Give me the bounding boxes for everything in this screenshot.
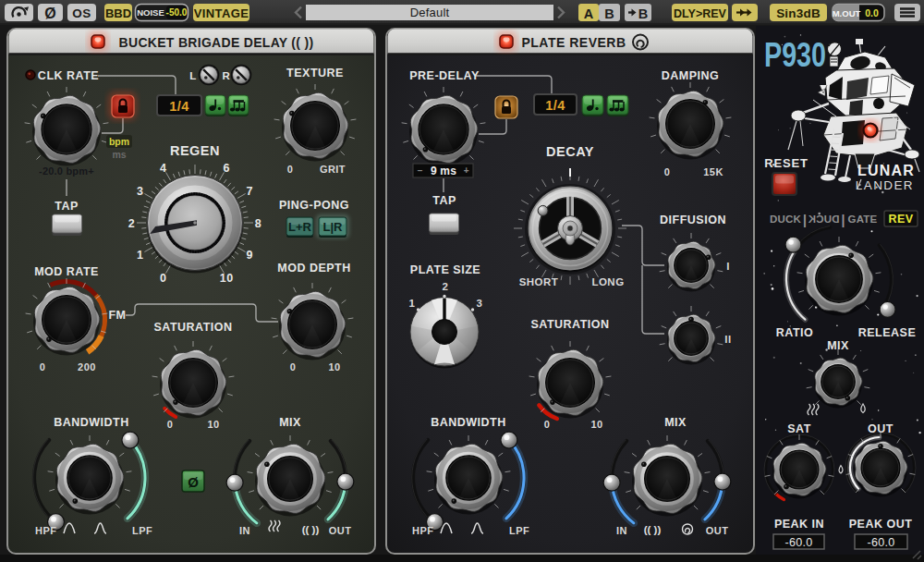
svg-text:A: A — [584, 6, 594, 21]
svg-text:PEAK OUT: PEAK OUT — [849, 518, 913, 531]
svg-text:15K: 15K — [703, 166, 723, 177]
svg-text:0: 0 — [40, 361, 46, 373]
svg-text:1: 1 — [409, 298, 416, 309]
svg-text:LONG: LONG — [591, 276, 624, 287]
svg-text:SAT: SAT — [787, 422, 811, 435]
svg-text:SHORT: SHORT — [519, 276, 559, 287]
svg-text:9 ms: 9 ms — [431, 165, 456, 177]
svg-text:PRE-DELAY: PRE-DELAY — [409, 69, 480, 82]
svg-text:LANDER: LANDER — [856, 178, 914, 192]
svg-text:SATURATION: SATURATION — [530, 318, 609, 331]
svg-text:M.OUT: M.OUT — [833, 8, 861, 18]
svg-text:−: − — [418, 165, 423, 176]
svg-text:DIFFUSION: DIFFUSION — [660, 214, 726, 226]
svg-text:LPF: LPF — [132, 525, 152, 536]
svg-text:ms: ms — [112, 149, 126, 160]
svg-text:R: R — [223, 70, 231, 81]
svg-text:2: 2 — [443, 281, 449, 292]
svg-text:BBD: BBD — [105, 6, 131, 20]
svg-text:0: 0 — [160, 272, 166, 285]
svg-text:0: 0 — [290, 361, 297, 373]
svg-text:II: II — [724, 334, 731, 345]
svg-text:DLY>REV: DLY>REV — [674, 7, 727, 20]
svg-text:HPF: HPF — [35, 525, 57, 536]
svg-text:0: 0 — [664, 166, 671, 177]
svg-text:+: + — [464, 165, 469, 176]
svg-text:DUCK: DUCK — [770, 214, 802, 225]
svg-text:BUCKET BRIGADE DELAY (( )): BUCKET BRIGADE DELAY (( )) — [119, 35, 314, 50]
svg-text:-60.0: -60.0 — [868, 536, 895, 549]
svg-text:RATIO: RATIO — [776, 326, 813, 339]
svg-text:-60.0: -60.0 — [785, 536, 813, 549]
svg-text:IN: IN — [239, 525, 250, 536]
svg-text:PLATE REVERB: PLATE REVERB — [521, 35, 626, 50]
svg-text:OUT: OUT — [329, 525, 352, 536]
svg-text:FM: FM — [108, 309, 126, 322]
svg-text:bpm: bpm — [109, 136, 129, 147]
svg-text:Default: Default — [410, 6, 450, 19]
svg-text:8: 8 — [255, 217, 261, 230]
svg-text:TEXTURE: TEXTURE — [286, 67, 344, 79]
svg-text:4: 4 — [160, 162, 166, 175]
svg-text:SATURATION: SATURATION — [153, 321, 232, 334]
svg-text:I: I — [726, 261, 730, 272]
svg-text:PEAK IN: PEAK IN — [774, 518, 824, 531]
svg-text:10: 10 — [207, 419, 219, 430]
svg-text:MIX: MIX — [279, 416, 301, 429]
svg-text:NOISE: NOISE — [137, 7, 164, 18]
svg-text:TAP: TAP — [55, 200, 79, 213]
svg-text:RESET: RESET — [764, 156, 808, 170]
svg-text:|: | — [842, 213, 845, 227]
svg-text:LUNAR: LUNAR — [857, 163, 915, 178]
svg-text:0: 0 — [544, 419, 551, 430]
svg-text:L|R: L|R — [323, 220, 344, 234]
svg-text:(( )): (( )) — [644, 524, 662, 535]
svg-text:OUT: OUT — [706, 525, 729, 536]
svg-text:L+R: L+R — [288, 220, 312, 234]
svg-text:0: 0 — [287, 164, 294, 175]
svg-text:DUCK: DUCK — [808, 214, 840, 225]
svg-text:OS: OS — [72, 6, 91, 20]
svg-text:0: 0 — [167, 419, 174, 430]
svg-text:B: B — [604, 6, 614, 21]
svg-text:-50.0: -50.0 — [166, 7, 188, 18]
svg-text:DECAY: DECAY — [546, 144, 594, 159]
svg-text:10: 10 — [328, 361, 340, 373]
svg-text:3: 3 — [137, 185, 143, 198]
svg-text:TAP: TAP — [432, 194, 456, 207]
svg-text:0.0: 0.0 — [865, 7, 879, 18]
svg-text:2: 2 — [128, 217, 135, 230]
svg-text:Ø: Ø — [188, 474, 199, 490]
svg-text:9: 9 — [247, 249, 253, 262]
svg-text:GATE: GATE — [848, 214, 878, 225]
svg-text:B: B — [638, 6, 648, 21]
svg-text:REGEN: REGEN — [170, 143, 220, 158]
svg-text:MOD DEPTH: MOD DEPTH — [277, 262, 351, 275]
svg-text:Sin3dB: Sin3dB — [776, 6, 821, 20]
svg-text:-20.0 bpm+: -20.0 bpm+ — [39, 165, 94, 177]
svg-text:VINTAGE: VINTAGE — [194, 6, 249, 20]
svg-text:10: 10 — [220, 272, 234, 285]
svg-text:RELEASE: RELEASE — [858, 326, 917, 339]
svg-text:10: 10 — [590, 419, 602, 430]
svg-text:6: 6 — [223, 162, 229, 175]
svg-text:IN: IN — [616, 525, 627, 536]
svg-text:PLATE SIZE: PLATE SIZE — [410, 263, 480, 276]
svg-text:7: 7 — [247, 185, 253, 198]
svg-text:1/4: 1/4 — [169, 99, 189, 114]
svg-text:200: 200 — [78, 361, 96, 373]
svg-text:DAMPING: DAMPING — [662, 69, 720, 82]
svg-text:L: L — [189, 70, 197, 81]
svg-text:GRIT: GRIT — [320, 164, 346, 175]
svg-text:Ø: Ø — [44, 6, 55, 21]
svg-text:BANDWIDTH: BANDWIDTH — [431, 416, 506, 429]
svg-text:BANDWIDTH: BANDWIDTH — [54, 416, 129, 429]
svg-text:1/4: 1/4 — [545, 98, 565, 113]
svg-text:CLK RATE: CLK RATE — [38, 69, 99, 82]
svg-text:MIX: MIX — [664, 416, 687, 429]
svg-text:|: | — [803, 213, 807, 227]
svg-text:3: 3 — [477, 298, 483, 309]
svg-text:(( )): (( )) — [302, 524, 320, 535]
svg-text:P930: P930 — [764, 36, 826, 74]
svg-text:REV: REV — [888, 213, 913, 226]
